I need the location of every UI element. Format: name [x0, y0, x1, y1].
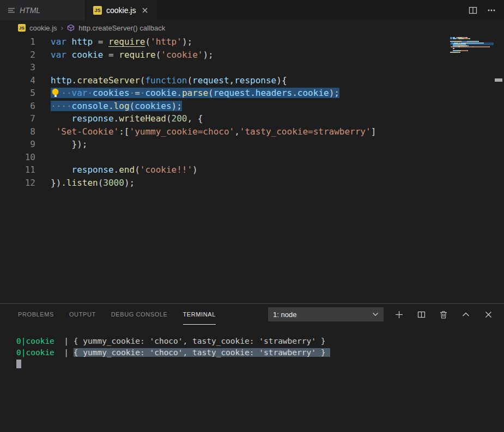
- selection-highlight: ··var·cookies·=·cookie.parse(request.hea…: [51, 88, 339, 98]
- code-token: (: [166, 113, 172, 124]
- panel-tab-terminal[interactable]: TERMINAL: [183, 304, 216, 325]
- code-token: (: [98, 178, 104, 188]
- breadcrumb-symbol[interactable]: http.createServer() callback: [78, 24, 165, 32]
- line-number[interactable]: 6: [0, 100, 35, 113]
- code-token: ;: [208, 50, 214, 60]
- code-token: request: [192, 75, 229, 86]
- panel-tab-output[interactable]: OUTPUT: [69, 304, 96, 325]
- code-line[interactable]: 9 });: [0, 138, 504, 151]
- code-token: var: [51, 36, 66, 47]
- code-token: (: [187, 75, 192, 86]
- code-token: }).: [51, 178, 66, 188]
- code-token: http: [72, 36, 93, 47]
- tab-cookie-js[interactable]: JS cookie.js: [86, 0, 158, 20]
- selection-highlight: ····console.log(cookies);: [51, 101, 182, 111]
- code-token: http: [51, 75, 72, 86]
- code-token: :[: [119, 126, 129, 137]
- code-token: =: [98, 36, 104, 47]
- code-token: =: [108, 50, 114, 60]
- panel-header: PROBLEMSOUTPUTDEBUG CONSOLETERMINAL 1: n…: [0, 304, 504, 325]
- code-token: ): [329, 88, 335, 98]
- code-token: ;: [177, 101, 182, 111]
- code-line[interactable]: 1var http = require('http');: [0, 35, 504, 48]
- terminal-line: 0|cookie | { yummy_cookie: 'choco', tast…: [16, 336, 504, 347]
- close-icon[interactable]: [140, 5, 150, 15]
- close-panel-icon[interactable]: [481, 307, 495, 321]
- code-token: [66, 36, 72, 47]
- minimap-line: [450, 52, 494, 53]
- line-number[interactable]: 3: [0, 61, 35, 74]
- code-token: var: [72, 88, 88, 98]
- code-token: [103, 36, 108, 47]
- code-token: ): [192, 165, 198, 175]
- code-token: (: [130, 101, 135, 111]
- terminal-output[interactable]: 0|cookie | { yummy_cookie: 'choco', tast…: [0, 325, 504, 369]
- split-terminal-icon[interactable]: [414, 307, 428, 321]
- line-number[interactable]: 11: [0, 163, 35, 177]
- code-token: ;: [130, 178, 135, 188]
- line-number[interactable]: 5: [0, 87, 35, 100]
- code-token: ): [124, 178, 130, 188]
- line-number[interactable]: 12: [0, 177, 35, 190]
- code-line[interactable]: 5··var·cookies·=·cookie.parse(request.he…: [0, 87, 504, 100]
- code-token: require: [119, 50, 155, 60]
- code-line[interactable]: 3: [0, 61, 504, 74]
- trash-icon[interactable]: [436, 307, 451, 321]
- code-token: .: [108, 101, 114, 111]
- code-line[interactable]: 4http.createServer(function(request,resp…: [0, 74, 504, 87]
- code-token: {: [198, 113, 203, 124]
- code-token: writeHead: [119, 113, 166, 124]
- code-token: ;: [334, 88, 339, 98]
- editor-actions: [466, 0, 499, 20]
- code-editor[interactable]: 1var http = require('http');2var cookie …: [0, 35, 504, 303]
- chevron-up-icon[interactable]: [459, 307, 473, 321]
- code-line[interactable]: 11 response.end('cookie!!'): [0, 163, 504, 177]
- line-number[interactable]: 8: [0, 125, 35, 138]
- minimap-content: [450, 37, 494, 53]
- line-number[interactable]: 9: [0, 138, 35, 151]
- code-token: .: [72, 75, 77, 86]
- line-number[interactable]: 7: [0, 112, 35, 125]
- code-token: response: [72, 113, 114, 124]
- code-token: createServer: [77, 75, 140, 86]
- code-line[interactable]: 7 response.writeHead(200, {: [0, 112, 504, 125]
- line-number[interactable]: 10: [0, 151, 35, 164]
- line-number[interactable]: 1: [0, 35, 35, 48]
- code-token: ;: [187, 36, 193, 47]
- js-file-icon: JS: [93, 6, 102, 15]
- code-token: parse: [182, 88, 208, 98]
- code-token: log: [114, 101, 130, 111]
- breadcrumb-file[interactable]: cookie.js: [29, 24, 57, 32]
- line-number[interactable]: 4: [0, 74, 35, 87]
- code-token: [51, 126, 56, 137]
- new-terminal-icon[interactable]: [392, 307, 406, 321]
- code-token: cookie: [145, 88, 177, 98]
- line-number[interactable]: 2: [0, 48, 35, 62]
- code-token: .: [114, 165, 119, 175]
- code-line[interactable]: 10: [0, 151, 504, 164]
- code-token: 'yummy_cookie=choco': [130, 126, 235, 137]
- code-token: ,: [229, 75, 235, 86]
- code-line[interactable]: 12}).listen(3000);: [0, 177, 504, 190]
- code-token: ,: [187, 113, 192, 124]
- code-token: [51, 139, 72, 149]
- tab-html[interactable]: HTML: [0, 0, 86, 20]
- terminal-picker-dropdown[interactable]: 1: node: [268, 307, 384, 321]
- split-editor-icon[interactable]: [466, 3, 480, 17]
- lightbulb-icon[interactable]: [51, 87, 61, 100]
- breadcrumb: JS cookie.js › http.createServer() callb…: [0, 20, 504, 35]
- minimap[interactable]: [450, 37, 494, 53]
- code-token: ··: [61, 88, 71, 98]
- code-line[interactable]: 6····console.log(cookies);: [0, 100, 504, 113]
- code-token: [51, 113, 72, 124]
- panel-tab-problems[interactable]: PROBLEMS: [18, 304, 54, 325]
- code-line[interactable]: 8 'Set-Cookie':['yummy_cookie=choco','ta…: [0, 125, 504, 138]
- panel-tab-debug-console[interactable]: DEBUG CONSOLE: [111, 304, 168, 325]
- code-token: .: [250, 88, 256, 98]
- code-token: ]: [371, 126, 377, 137]
- code-token: (: [145, 36, 150, 47]
- code-token: [114, 50, 119, 60]
- more-actions-icon[interactable]: [484, 3, 499, 17]
- code-line[interactable]: 2var cookie = require('cookie');: [0, 48, 504, 62]
- terminal-picker-value: 1: node: [273, 311, 296, 319]
